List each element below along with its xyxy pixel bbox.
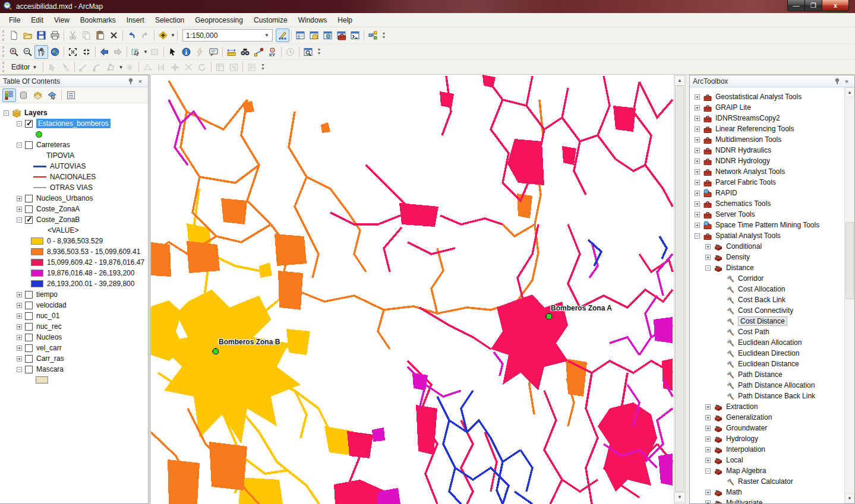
toolbar-overflow-button[interactable]: ▼▼ <box>258 61 267 74</box>
raster-swatch-blue[interactable] <box>31 280 43 287</box>
pin-icon[interactable] <box>126 77 135 86</box>
expander[interactable]: - <box>17 142 22 148</box>
expander[interactable]: + <box>17 356 22 362</box>
layer-checkbox[interactable] <box>25 302 33 309</box>
tool-euclidean-direction[interactable]: Euclidean Direction <box>690 348 844 359</box>
expander[interactable]: + <box>695 191 700 196</box>
expander[interactable]: - <box>17 367 22 372</box>
python-window-button[interactable] <box>348 28 362 42</box>
fixed-zoom-in-button[interactable] <box>66 45 80 59</box>
clear-selected-features-icon[interactable] <box>148 45 162 59</box>
expander[interactable]: + <box>705 426 711 431</box>
expander[interactable]: + <box>17 324 22 329</box>
menu-bookmarks[interactable]: Bookmarks <box>75 14 121 26</box>
toolbox-server-tools[interactable]: +Server Tools <box>690 209 844 220</box>
tool-cost-distance[interactable]: Cost Distance <box>690 316 844 327</box>
expander[interactable]: + <box>17 292 22 297</box>
layer-checkbox[interactable] <box>25 355 33 363</box>
expander[interactable]: + <box>705 415 711 420</box>
expander[interactable]: - <box>17 217 22 223</box>
measure-button[interactable] <box>225 45 238 59</box>
toc-layer-estaciones-bomberos[interactable]: - Estaciones_bomberos <box>0 118 148 129</box>
expander[interactable]: + <box>17 303 22 308</box>
tool-path-distance-allocation[interactable]: Path Distance Allocation <box>690 380 844 391</box>
toolbox-ndnr-hydraulics[interactable]: +NDNR Hydraulics <box>690 145 844 156</box>
raster-swatch-yellow[interactable] <box>31 237 43 245</box>
delete-button[interactable] <box>107 28 121 42</box>
tool-raster-calculator[interactable]: Raster Calculator <box>690 476 844 487</box>
expander[interactable]: + <box>695 94 700 100</box>
tool-euclidean-allocation[interactable]: Euclidean Allocation <box>690 337 844 348</box>
expander[interactable]: - <box>705 265 711 271</box>
go-back-extent-button[interactable] <box>97 45 111 59</box>
sketch-menu-icon[interactable] <box>245 61 258 74</box>
layer-checkbox[interactable] <box>25 216 33 224</box>
tool-euclidean-distance[interactable]: Euclidean Distance <box>690 359 844 369</box>
reshape-edge-icon[interactable] <box>154 61 168 74</box>
table-of-contents-window-button[interactable] <box>294 28 307 42</box>
raster-swatch-magenta[interactable] <box>31 270 43 277</box>
expander[interactable]: + <box>695 201 700 207</box>
tool-cost-connectivity[interactable]: Cost Connectivity <box>690 305 844 316</box>
redo-icon[interactable] <box>138 28 152 42</box>
expander[interactable]: + <box>17 196 22 201</box>
expander[interactable]: + <box>695 126 700 132</box>
toolbox-spatial-analyst-tools[interactable]: -Spatial Analyst Tools <box>690 230 844 241</box>
identify-button[interactable] <box>179 45 193 59</box>
menu-edit[interactable]: Edit <box>26 14 49 26</box>
toolset-generalization[interactable]: +Generalization <box>690 412 844 423</box>
find-button[interactable] <box>238 45 252 59</box>
line-symbol[interactable] <box>33 166 46 167</box>
new-map-button[interactable] <box>7 28 21 42</box>
menu-windows[interactable]: Windows <box>293 14 333 26</box>
tool-path-distance-back-link[interactable]: Path Distance Back Link <box>690 391 844 401</box>
tool-cost-path[interactable]: Cost Path <box>690 327 844 337</box>
move-tool-icon[interactable] <box>168 61 182 74</box>
toc-layer-nucleos-urbanos[interactable]: + Nucleos_Urbanos <box>0 193 148 204</box>
tool-cost-allocation[interactable]: Cost Allocation <box>690 284 844 294</box>
toolset-multivariate[interactable]: +Multivariate <box>690 497 844 503</box>
layer-checkbox[interactable] <box>25 141 33 149</box>
toc-layer-nuc-01[interactable]: + nuc_01 <box>0 310 148 321</box>
expander[interactable]: + <box>705 490 711 495</box>
expander[interactable]: + <box>705 244 711 249</box>
map-view[interactable]: Bomberos Zona B Bomberos Zona A <box>150 75 674 504</box>
toc-selected-layer-label[interactable]: Estaciones_bomberos <box>36 119 111 128</box>
cut-icon[interactable] <box>66 28 80 42</box>
menu-geoprocessing[interactable]: Geoprocessing <box>190 14 248 26</box>
toolset-hydrology[interactable]: +Hydrology <box>690 433 844 444</box>
toc-layer-nuc-rec[interactable]: + nuc_rec <box>0 321 148 332</box>
toolset-density[interactable]: +Density <box>690 252 844 262</box>
toc-layer-coste-zonaa[interactable]: + Coste_ZonaA <box>0 204 148 214</box>
toc-layer-tiempo[interactable]: + tiempo <box>0 289 148 300</box>
find-route-button[interactable] <box>252 45 266 59</box>
toolbar-grip[interactable] <box>2 62 4 72</box>
viewer-window-button[interactable] <box>301 45 315 59</box>
layer-checkbox[interactable] <box>25 195 33 202</box>
scrollbar-thumb[interactable] <box>675 85 684 492</box>
toc-layer-velocidad[interactable]: + velocidad <box>0 300 148 310</box>
close-icon[interactable]: × <box>135 77 145 86</box>
combo-dropdown-icon[interactable]: ▼ <box>264 33 269 38</box>
straight-segment-icon[interactable] <box>77 61 90 74</box>
expander[interactable]: + <box>695 137 700 142</box>
expander[interactable]: + <box>17 313 22 319</box>
layer-checkbox[interactable] <box>25 366 33 373</box>
zoom-out-button[interactable] <box>21 45 34 59</box>
toolset-interpolation[interactable]: +Interpolation <box>690 444 844 455</box>
menu-selection[interactable]: Selection <box>150 14 190 26</box>
expander[interactable]: + <box>705 255 711 260</box>
layer-checkbox[interactable] <box>25 334 33 341</box>
expander[interactable]: + <box>705 436 711 442</box>
toolbox-ndnr-hydrology[interactable]: +NDNR Hydrology <box>690 156 844 166</box>
layer-checkbox[interactable] <box>25 205 33 213</box>
toolbar-overflow-button[interactable]: ▼▼ <box>315 45 323 59</box>
scroll-up-icon[interactable]: ▲ <box>674 75 685 85</box>
edit-vertices-icon[interactable] <box>141 61 154 74</box>
layer-checkbox[interactable] <box>25 291 33 299</box>
paste-button[interactable] <box>93 28 107 42</box>
toolbar-grip[interactable] <box>2 46 4 57</box>
toolbox-network-analyst-tools[interactable]: +Network Analyst Tools <box>690 166 844 177</box>
tool-path-distance[interactable]: Path Distance <box>690 369 844 380</box>
expander[interactable]: + <box>695 116 700 121</box>
